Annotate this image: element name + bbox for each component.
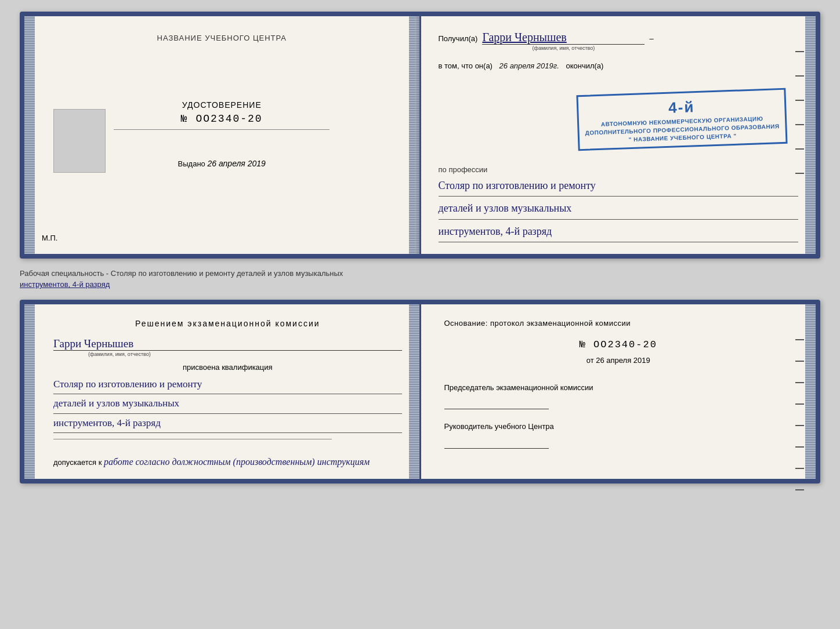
- bottom-dash-6: [795, 446, 804, 448]
- caption-block: Рабочая специальность - Столяр по изгото…: [20, 268, 820, 290]
- dopuskaetsya-label: допускается к: [53, 458, 102, 467]
- bottom-right-page: Основание: протокол экзаменационной коми…: [421, 304, 816, 479]
- recipient-name-top: Гарри Чернышев: [482, 31, 645, 45]
- dopusk-text: работе согласно должностным (производств…: [104, 457, 370, 467]
- completion-date: 26 апреля 2019г.: [499, 61, 559, 70]
- caption-underline: инструментов, 4-й разряд: [20, 280, 110, 289]
- dash-1: [795, 51, 804, 52]
- dopuskaetsya-section: допускается к работе согласно должностны…: [53, 457, 402, 467]
- profession-line1-top: Столяр по изготовлению и ремонту: [439, 176, 799, 197]
- vydano-date: 26 апреля 2019: [207, 159, 265, 168]
- caption-prefix: Рабочая специальность - Столяр по изгото…: [20, 269, 343, 278]
- dash-2: [795, 75, 804, 77]
- resheniem-title: Решением экзаменационной комиссии: [53, 319, 402, 328]
- mp-label: М.П.: [42, 234, 57, 242]
- dash-separator: –: [649, 34, 653, 43]
- dash-3: [795, 100, 804, 101]
- bottom-dash-1: [795, 339, 804, 340]
- dash-5: [795, 148, 804, 150]
- vtom-block: в том, что он(а) 26 апреля 2019г. окончи…: [439, 60, 799, 72]
- bottom-profession-line3: инструментов, 4-й разряд: [53, 414, 402, 433]
- bottom-profession-line2: деталей и узлов музыкальных: [53, 394, 402, 413]
- dash-6: [795, 173, 804, 174]
- top-right-page: Получил(а) Гарри Чернышев (фамилия, имя,…: [421, 16, 816, 254]
- bottom-left-border: [24, 304, 35, 479]
- top-left-page: НАЗВАНИЕ УЧЕБНОГО ЦЕНТРА УДОСТОВЕРЕНИЕ №…: [24, 16, 421, 254]
- bottom-recipient-hint: (фамилия, имя, отчество): [88, 351, 402, 357]
- recipient-section: Получил(а) Гарри Чернышев (фамилия, имя,…: [439, 31, 799, 51]
- bottom-left-right-border: [409, 304, 419, 479]
- bottom-right-dashes: [795, 339, 804, 490]
- bottom-left-page: Решением экзаменационной комиссии Гарри …: [24, 304, 421, 479]
- okonchill-label: окончил(а): [566, 61, 603, 70]
- rukovoditel-block: Руководитель учебного Центра: [444, 421, 793, 449]
- profession-line3-top: инструментов, 4-й разряд: [439, 222, 799, 242]
- school-name-top: НАЗВАНИЕ УЧЕБНОГО ЦЕНТРА: [42, 34, 402, 42]
- bottom-dash-8: [795, 489, 804, 490]
- bottom-dash-2: [795, 361, 804, 362]
- ot-date-block: от 26 апреля 2019: [444, 356, 793, 365]
- recipient-name-block: Гарри Чернышев (фамилия, имя, отчество): [482, 31, 645, 51]
- predsedatel-block: Председатель экзаменационной комиссии: [444, 382, 793, 410]
- prisvoena-label: присвоена квалификация: [53, 363, 402, 372]
- bottom-right-border: [805, 304, 816, 479]
- rukovoditel-signature-line: [444, 437, 549, 449]
- bottom-dash-3: [795, 382, 804, 383]
- stamp-overlay: 4-й АВТОНОМНУЮ НЕКОММЕРЧЕСКУЮ ОРГАНИЗАЦИ…: [576, 88, 787, 151]
- ot-label: от: [586, 356, 594, 365]
- vtom-label: в том, что он(а): [439, 61, 493, 70]
- vydano-label: Выдано: [178, 159, 205, 168]
- certificate-title: УДОСТОВЕРЕНИЕ: [42, 100, 402, 110]
- ot-date: 26 апреля 2019: [596, 356, 650, 365]
- recipient-hint-top: (фамилия, имя, отчество): [482, 45, 645, 51]
- bottom-recipient-name: Гарри Чернышев: [53, 337, 402, 351]
- photo-placeholder: [53, 109, 106, 173]
- right-border-strip: [409, 16, 419, 254]
- bottom-dash-4: [795, 403, 804, 405]
- dash-4: [795, 124, 804, 125]
- predsedatel-title: Председатель экзаменационной комиссии: [444, 382, 793, 394]
- rukovoditel-title: Руководитель учебного Центра: [444, 421, 793, 432]
- right-border-strip-right: [805, 16, 816, 254]
- bottom-profession-line1: Столяр по изготовлению и ремонту: [53, 375, 402, 394]
- profession-line2-top: деталей и узлов музыкальных: [439, 199, 799, 219]
- poluchil-label: Получил(а): [439, 34, 478, 43]
- bottom-dash-7: [795, 468, 804, 469]
- bottom-certificate-spread: Решением экзаменационной комиссии Гарри …: [20, 300, 820, 483]
- profession-lines-bottom: Столяр по изготовлению и ремонту деталей…: [53, 375, 402, 433]
- top-certificate-spread: НАЗВАНИЕ УЧЕБНОГО ЦЕНТРА УДОСТОВЕРЕНИЕ №…: [20, 12, 820, 259]
- left-border-strip: [24, 16, 35, 254]
- osnovanie-label: Основание: протокол экзаменационной коми…: [444, 319, 793, 328]
- profession-lines-top: Столяр по изготовлению и ремонту деталей…: [439, 174, 799, 242]
- right-dashes-decoration: [795, 51, 804, 174]
- protocol-number: № OO2340-20: [444, 339, 793, 350]
- po-professii-label: по профессии: [439, 165, 799, 174]
- profession-section-top: по профессии Столяр по изготовлению и ре…: [439, 165, 799, 242]
- bottom-dash-5: [795, 425, 804, 426]
- predsedatel-signature-line: [444, 398, 549, 409]
- bottom-recipient-block: Гарри Чернышев (фамилия, имя, отчество): [53, 337, 402, 357]
